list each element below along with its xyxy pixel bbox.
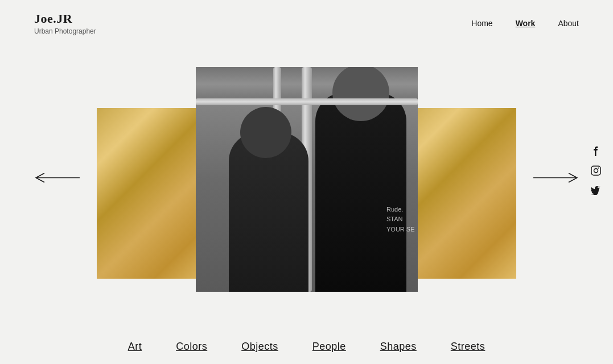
main-photo: Rude. STAN YOUR SE xyxy=(196,67,418,292)
person-1-body xyxy=(229,133,308,292)
overlay-line-1: Rude. xyxy=(386,205,415,215)
category-shapes[interactable]: Shapes xyxy=(380,341,417,353)
gold-panel-left xyxy=(97,108,211,279)
header: Joe.JR Urban Photographer Home Work Abou… xyxy=(0,0,613,47)
gold-panel-right xyxy=(402,108,516,279)
nav-work[interactable]: Work xyxy=(516,19,536,28)
photo-text-overlay: Rude. STAN YOUR SE xyxy=(386,205,415,235)
category-art[interactable]: Art xyxy=(128,341,142,353)
svg-rect-2 xyxy=(591,166,600,175)
svg-point-3 xyxy=(594,169,598,173)
slideshow: Rude. STAN YOUR SE xyxy=(0,57,613,301)
logo: Joe.JR Urban Photographer xyxy=(34,11,96,35)
categories-nav: Art Colors Objects People Shapes Streets xyxy=(0,341,613,353)
logo-subtitle: Urban Photographer xyxy=(34,27,96,35)
person-2-head xyxy=(332,67,389,121)
category-colors[interactable]: Colors xyxy=(176,341,207,353)
category-people[interactable]: People xyxy=(312,341,346,353)
photo-scene: Rude. STAN YOUR SE xyxy=(196,67,418,292)
subway-bar xyxy=(196,98,418,105)
svg-point-4 xyxy=(598,168,599,169)
main-area: Rude. STAN YOUR SE xyxy=(0,57,613,301)
logo-name: Joe.JR xyxy=(34,11,96,26)
nav-home[interactable]: Home xyxy=(471,19,492,28)
main-nav: Home Work About xyxy=(471,19,579,28)
facebook-icon[interactable] xyxy=(590,146,602,157)
next-arrow-icon xyxy=(533,172,579,184)
next-arrow[interactable] xyxy=(533,172,579,187)
instagram-icon[interactable] xyxy=(590,165,602,176)
prev-arrow[interactable] xyxy=(34,172,80,187)
category-streets[interactable]: Streets xyxy=(451,341,486,353)
prev-arrow-icon xyxy=(34,172,80,184)
twitter-icon[interactable] xyxy=(590,184,602,196)
overlay-line-2: STAN xyxy=(386,214,415,225)
person-1-head xyxy=(240,107,291,158)
person-2-body xyxy=(315,93,406,292)
overlay-line-3: YOUR SE xyxy=(386,225,415,235)
category-objects[interactable]: Objects xyxy=(241,341,278,353)
social-icons xyxy=(590,146,602,196)
nav-about[interactable]: About xyxy=(558,19,579,28)
